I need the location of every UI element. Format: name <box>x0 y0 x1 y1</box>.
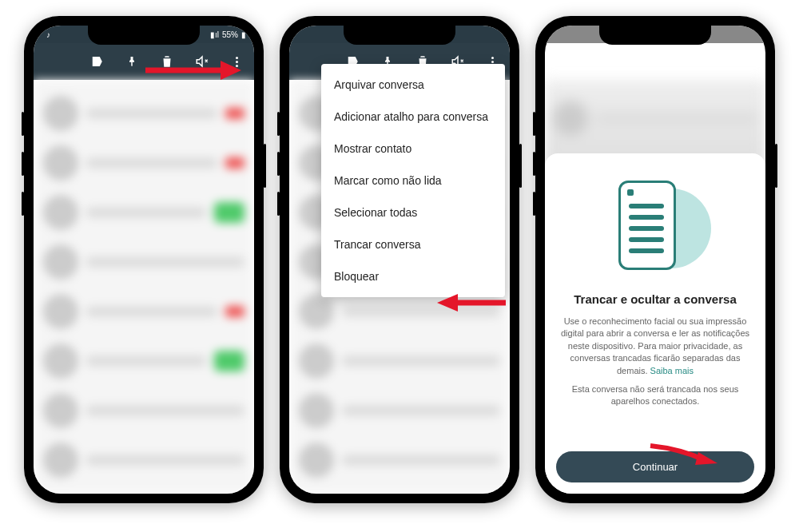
lock-illustration <box>599 181 711 276</box>
battery-icon: ▮ <box>241 30 246 39</box>
battery-text: 55% <box>222 30 238 39</box>
notch <box>344 24 455 45</box>
signal-icon: ▮ıl <box>210 30 219 39</box>
screen-3: Trancar e ocultar a conversa Use o recon… <box>545 26 765 494</box>
menu-shortcut[interactable]: Adicionar atalho para conversa <box>321 101 505 133</box>
phone-frame-2: Arquivar conversa Adicionar atalho para … <box>280 16 519 503</box>
tiktok-icon: ♪ <box>46 30 50 39</box>
menu-select-all[interactable]: Selecionar todas <box>321 197 505 228</box>
phone-frame-1: ♪ ▮ıl 55% ▮ <box>24 16 264 503</box>
phone-frame-3: Trancar e ocultar a conversa Use o recon… <box>535 16 775 503</box>
notch <box>599 24 711 45</box>
learn-more-link[interactable]: Saiba mais <box>650 366 694 375</box>
modal-title: Trancar e ocultar a conversa <box>556 292 754 306</box>
tutorial-arrow-1 <box>145 61 241 80</box>
menu-lock-chat[interactable]: Trancar conversa <box>321 228 505 260</box>
pin-icon[interactable] <box>125 54 139 69</box>
label-icon[interactable] <box>89 54 104 69</box>
menu-unread[interactable]: Marcar como não lida <box>321 165 505 197</box>
lock-chat-modal: Trancar e ocultar a conversa Use o recon… <box>545 153 765 494</box>
tutorial-arrow-2 <box>437 294 506 312</box>
screen-2: Arquivar conversa Adicionar atalho para … <box>289 26 510 494</box>
context-menu: Arquivar conversa Adicionar atalho para … <box>321 64 505 297</box>
tutorial-arrow-3 <box>649 444 718 465</box>
modal-note: Esta conversa não será trancada nos seus… <box>556 383 754 408</box>
notch <box>88 24 200 45</box>
modal-body: Use o reconhecimento facial ou sua impre… <box>556 316 754 377</box>
svg-marker-1 <box>221 61 241 80</box>
svg-marker-4 <box>695 452 718 465</box>
menu-contact[interactable]: Mostrar contato <box>321 133 505 165</box>
screen-1: ♪ ▮ıl 55% ▮ <box>34 26 254 494</box>
chat-list-blurred <box>34 80 254 494</box>
menu-block[interactable]: Bloquear <box>321 260 505 292</box>
menu-archive[interactable]: Arquivar conversa <box>321 69 505 101</box>
svg-marker-3 <box>437 294 458 312</box>
